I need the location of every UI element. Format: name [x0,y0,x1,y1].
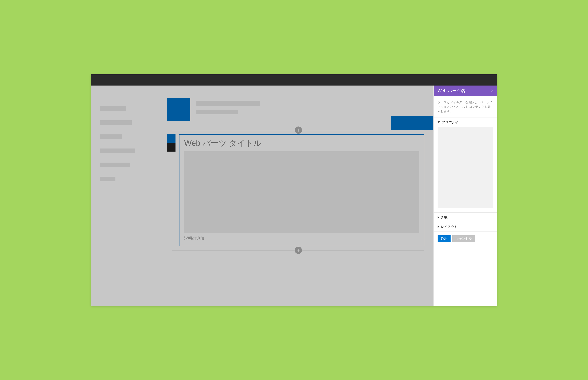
webpart-row: Web パーツ タイトル 説明の追加 [167,134,424,246]
nav-item[interactable] [100,120,132,125]
section-label: プロパティ [442,120,458,124]
nav-item[interactable] [100,163,130,167]
section-divider-bottom [172,250,424,250]
section-label: レイアウト [441,225,457,229]
primary-action-button[interactable] [391,116,433,130]
caret-down-icon [438,121,440,123]
section-label: 外観 [441,215,447,219]
webpart-edit-button[interactable] [167,134,176,143]
add-section-button[interactable] [295,247,302,254]
pane-header: Web パーツ名 ✕ [434,86,497,96]
left-nav [91,86,158,306]
webpart-container[interactable]: Web パーツ タイトル 説明の追加 [179,134,424,246]
add-section-button[interactable] [295,127,302,134]
nav-item[interactable] [100,177,115,181]
pane-section-header-properties[interactable]: プロパティ [434,117,497,127]
canvas-area: Web パーツ タイトル 説明の追加 [158,130,433,250]
webpart-move-button[interactable] [167,143,176,152]
apply-button[interactable]: 適用 [438,235,451,242]
pane-section-appearance: 外観 [434,212,497,222]
caret-right-icon [438,216,439,219]
properties-placeholder [438,127,493,209]
pane-section-layout: レイアウト [434,222,497,232]
nav-item[interactable] [100,149,135,153]
webpart-toolbar [167,134,176,246]
webpart-title[interactable]: Web パーツ タイトル [184,138,419,149]
webpart-description-placeholder[interactable]: 説明の追加 [184,236,419,241]
title-bar [91,74,497,86]
property-pane: Web パーツ名 ✕ ソースとフィルターを選択し、ページにドキュメントとリスト … [433,86,497,306]
caret-right-icon [438,226,439,228]
close-icon[interactable]: ✕ [490,88,494,93]
main-canvas: Web パーツ タイトル 説明の追加 [158,86,433,306]
pane-section-header-layout[interactable]: レイアウト [434,222,497,231]
cancel-button[interactable]: キャンセル [452,235,475,242]
section-divider-top [172,130,424,130]
title-placeholder-line [196,101,260,106]
pane-description: ソースとフィルターを選択し、ページにドキュメントとリスト コンテンツを表示します… [434,96,497,117]
plus-icon [296,248,300,252]
page-header [158,86,433,130]
pane-actions: 適用 キャンセル [434,232,497,245]
webpart-body [184,152,419,233]
nav-item[interactable] [100,134,122,139]
pane-section-properties: プロパティ [434,117,497,212]
body-area: Web パーツ タイトル 説明の追加 Web パーツ名 ✕ ソースとフィルターを… [91,86,497,306]
nav-item[interactable] [100,106,126,111]
site-logo [167,98,190,121]
page-title-block [196,98,260,114]
pane-title: Web パーツ名 [438,88,465,94]
plus-icon [296,128,300,132]
pane-section-body-properties [434,127,497,212]
pane-section-header-appearance[interactable]: 外観 [434,212,497,222]
app-window: Web パーツ タイトル 説明の追加 Web パーツ名 ✕ ソースとフィルターを… [91,74,497,306]
subtitle-placeholder-line [196,110,238,114]
